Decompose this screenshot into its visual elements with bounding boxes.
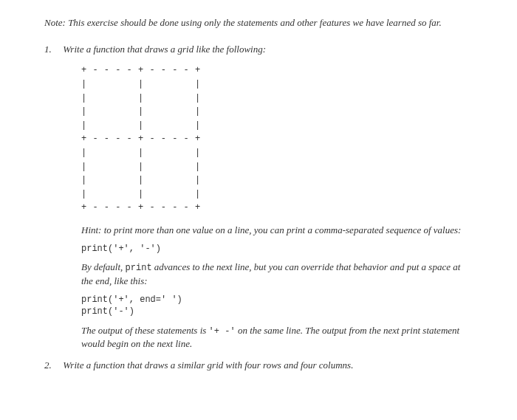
item-text-2: Write a function that draws a similar gr… <box>63 359 353 371</box>
grid-ascii: + - - - - + - - - - + | | | | | | | | | … <box>81 63 473 215</box>
exercise-item-2: 2. Write a function that draws a similar… <box>44 359 473 372</box>
print-keyword: print <box>126 263 152 273</box>
hint-paragraph: Hint: to print more than one value on a … <box>81 224 473 237</box>
code-example-2: print('+', end=' ') print('-') <box>81 294 473 317</box>
note-paragraph: Note: This exercise should be done using… <box>44 16 473 30</box>
item-number-1: 1. <box>44 43 61 56</box>
paragraph-output: The output of these statements is '+ -' … <box>81 324 473 351</box>
para2-a: The output of these statements is <box>81 325 209 336</box>
output-code: '+ -' <box>209 326 236 337</box>
para1-a: By default, <box>81 261 126 272</box>
exercise-list: 1. Write a function that draws a grid li… <box>44 43 473 372</box>
hint-text: Hint: to print more than one value on a … <box>81 224 461 235</box>
item-text-1: Write a function that draws a grid like … <box>63 44 266 55</box>
exercise-item-1: 1. Write a function that draws a grid li… <box>44 43 473 351</box>
paragraph-default-print: By default, print advances to the next l… <box>81 261 473 288</box>
item-number-2: 2. <box>44 359 61 372</box>
code-example-1: print('+', '-') <box>81 243 473 255</box>
